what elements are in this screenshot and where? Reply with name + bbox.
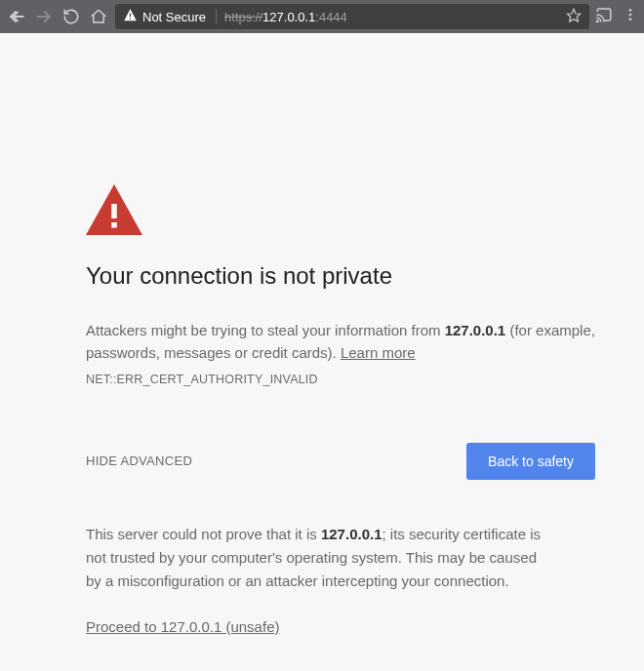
- page-content: Your connection is not private Attackers…: [0, 33, 644, 671]
- forward-button[interactable]: [33, 6, 55, 27]
- menu-icon[interactable]: [623, 7, 638, 26]
- svg-point-9: [629, 18, 632, 20]
- svg-point-6: [597, 20, 599, 22]
- security-chip[interactable]: Not Secure: [123, 8, 206, 25]
- divider: [216, 9, 217, 24]
- url-protocol: https://: [224, 10, 262, 24]
- detail-text-1: This server could not prove that it is: [86, 526, 321, 542]
- svg-marker-5: [567, 9, 580, 21]
- detail-host: 127.0.0.1: [321, 526, 382, 542]
- url-text: https://127.0.0.1:4444: [224, 10, 347, 24]
- page-title: Your connection is not private: [86, 262, 595, 290]
- ssl-warning-interstitial: Your connection is not private Attackers…: [86, 33, 595, 636]
- error-code: NET::ERR_CERT_AUTHORITY_INVALID: [86, 373, 595, 386]
- svg-point-7: [629, 9, 632, 12]
- advanced-detail-text: This server could not prove that it is 1…: [86, 523, 552, 593]
- url-port: :4444: [315, 10, 347, 24]
- warning-triangle-icon: [123, 8, 138, 25]
- toolbar-right-group: [595, 6, 638, 27]
- url-host: 127.0.0.1: [262, 10, 315, 24]
- reload-button[interactable]: [60, 6, 82, 27]
- cast-icon[interactable]: [595, 6, 613, 27]
- svg-rect-12: [111, 222, 117, 228]
- warning-triangle-icon: [86, 184, 595, 235]
- bookmark-star-icon[interactable]: [566, 8, 582, 26]
- svg-rect-3: [130, 14, 131, 18]
- proceed-unsafe-link[interactable]: Proceed to 127.0.0.1 (unsafe): [86, 618, 279, 635]
- button-row: HIDE ADVANCED Back to safety: [86, 443, 595, 480]
- browser-toolbar: Not Secure https://127.0.0.1:4444: [0, 0, 644, 33]
- security-label: Not Secure: [142, 10, 206, 24]
- desc-host: 127.0.0.1: [445, 322, 506, 338]
- home-button[interactable]: [88, 6, 109, 27]
- svg-point-8: [629, 14, 632, 17]
- svg-rect-4: [130, 19, 131, 20]
- hide-advanced-button[interactable]: HIDE ADVANCED: [86, 454, 192, 468]
- back-to-safety-button[interactable]: Back to safety: [466, 443, 595, 480]
- back-button[interactable]: [6, 6, 27, 27]
- svg-rect-11: [111, 204, 117, 218]
- address-bar[interactable]: Not Secure https://127.0.0.1:4444: [115, 4, 589, 29]
- desc-text-1: Attackers might be trying to steal your …: [86, 322, 445, 338]
- learn-more-link[interactable]: Learn more: [341, 344, 416, 361]
- warning-description: Attackers might be trying to steal your …: [86, 319, 595, 365]
